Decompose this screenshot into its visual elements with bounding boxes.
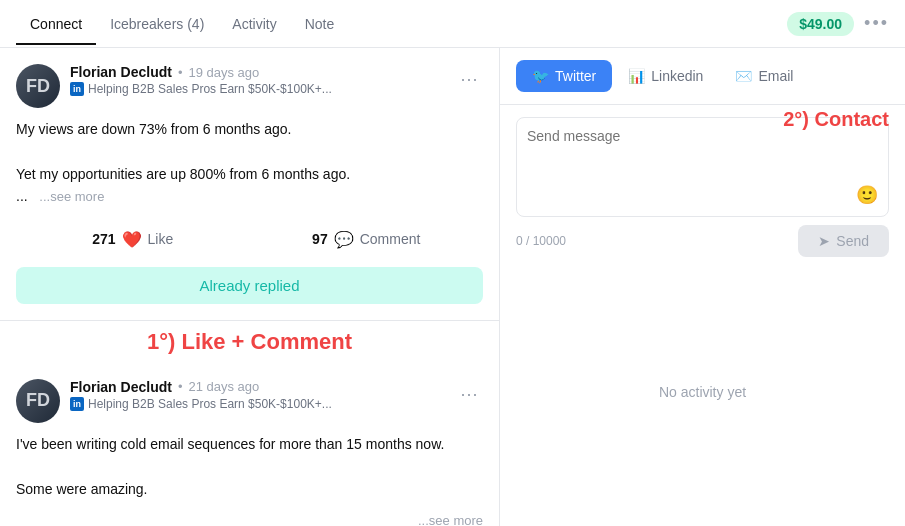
main-layout: FD Florian Decludt • 19 days ago in Help… xyxy=(0,48,905,526)
like-stat-1: 271 ❤️ Like xyxy=(16,230,250,249)
send-label: Send xyxy=(836,233,869,249)
left-panel: FD Florian Decludt • 19 days ago in Help… xyxy=(0,48,500,526)
tab-activity[interactable]: Activity xyxy=(218,4,290,44)
post-author-line-1: Florian Decludt • 19 days ago xyxy=(70,64,456,80)
post-meta-2: Florian Decludt • 21 days ago in Helping… xyxy=(70,379,456,411)
post-card-1: FD Florian Decludt • 19 days ago in Help… xyxy=(0,48,499,321)
comment-icon-1: 💬 xyxy=(334,230,354,249)
tab-twitter[interactable]: 🐦 Twitter xyxy=(516,60,612,92)
author-name-1: Florian Decludt xyxy=(70,64,172,80)
no-activity-text: No activity yet xyxy=(516,269,889,514)
post-time-1: 19 days ago xyxy=(188,65,259,80)
emoji-button[interactable]: 🙂 xyxy=(856,184,878,206)
post-header-1: FD Florian Decludt • 19 days ago in Help… xyxy=(16,64,483,108)
annotation-contact: 2°) Contact xyxy=(783,104,889,139)
post-subtitle-1: in Helping B2B Sales Pros Earn $50K-$100… xyxy=(70,82,456,96)
twitter-icon: 🐦 xyxy=(532,68,549,84)
char-count-row: 0 / 10000 ➤ Send xyxy=(516,225,889,257)
see-more-1[interactable]: ...see more xyxy=(39,189,104,204)
email-tab-icon: ✉️ xyxy=(735,68,752,84)
post-menu-button-1[interactable]: ⋯ xyxy=(456,64,483,94)
post-subtitle-text-2: Helping B2B Sales Pros Earn $50K-$100K+.… xyxy=(88,397,332,411)
post-card-2: FD Florian Decludt • 21 days ago in Help… xyxy=(0,363,499,526)
already-replied-button[interactable]: Already replied xyxy=(16,267,483,304)
nav-right: $49.00 ••• xyxy=(787,12,889,36)
twitter-tab-label: Twitter xyxy=(555,68,596,84)
annotation-like-comment: 1°) Like + Comment xyxy=(0,321,499,363)
top-nav: Connect Icebreakers (4) Activity Note $4… xyxy=(0,0,905,48)
post-subtitle-2: in Helping B2B Sales Pros Earn $50K-$100… xyxy=(70,397,456,411)
avatar-2: FD xyxy=(16,379,60,423)
more-menu-button[interactable]: ••• xyxy=(864,13,889,34)
comment-stat-1: 97 💬 Comment xyxy=(250,230,484,249)
tab-icebreakers[interactable]: Icebreakers (4) xyxy=(96,4,218,44)
post-subtitle-text-1: Helping B2B Sales Pros Earn $50K-$100K+.… xyxy=(88,82,332,96)
tab-linkedin[interactable]: 📊 Linkedin xyxy=(612,60,719,92)
post-separator-2: • xyxy=(178,379,183,394)
post-body-2: I've been writing cold email sequences f… xyxy=(16,433,483,500)
linkedin-icon-2: in xyxy=(70,397,84,411)
email-tab-label: Email xyxy=(758,68,793,84)
comment-label-1: Comment xyxy=(360,231,421,247)
post-header-2: FD Florian Decludt • 21 days ago in Help… xyxy=(16,379,483,423)
send-button[interactable]: ➤ Send xyxy=(798,225,889,257)
post-stats-1: 271 ❤️ Like 97 💬 Comment xyxy=(16,220,483,259)
right-panel: 2°) Contact 🐦 Twitter 📊 Linkedin ✉️ Emai… xyxy=(500,48,905,526)
message-area: 🙂 0 / 10000 ➤ Send No activity yet xyxy=(500,105,905,526)
post-separator-1: • xyxy=(178,65,183,80)
comment-count-1: 97 xyxy=(312,231,328,247)
see-more-2[interactable]: ...see more xyxy=(418,513,483,526)
tab-note[interactable]: Note xyxy=(291,4,349,44)
tab-email[interactable]: ✉️ Email xyxy=(719,60,809,92)
like-label-1: Like xyxy=(148,231,174,247)
post-time-2: 21 days ago xyxy=(188,379,259,394)
post-meta-1: Florian Decludt • 19 days ago in Helping… xyxy=(70,64,456,96)
author-name-2: Florian Decludt xyxy=(70,379,172,395)
post-body-1: My views are down 73% from 6 months ago.… xyxy=(16,118,483,208)
tab-connect[interactable]: Connect xyxy=(16,4,96,44)
post-menu-button-2[interactable]: ⋯ xyxy=(456,379,483,409)
heart-icon-1: ❤️ xyxy=(122,230,142,249)
char-count: 0 / 10000 xyxy=(516,234,566,248)
send-icon: ➤ xyxy=(818,233,830,249)
linkedin-tab-label: Linkedin xyxy=(651,68,703,84)
linkedin-icon-1: in xyxy=(70,82,84,96)
post-author-line-2: Florian Decludt • 21 days ago xyxy=(70,379,456,395)
linkedin-tab-icon: 📊 xyxy=(628,68,645,84)
price-badge: $49.00 xyxy=(787,12,854,36)
like-count-1: 271 xyxy=(92,231,115,247)
avatar-1: FD xyxy=(16,64,60,108)
platform-tabs: 🐦 Twitter 📊 Linkedin ✉️ Email xyxy=(500,48,905,105)
